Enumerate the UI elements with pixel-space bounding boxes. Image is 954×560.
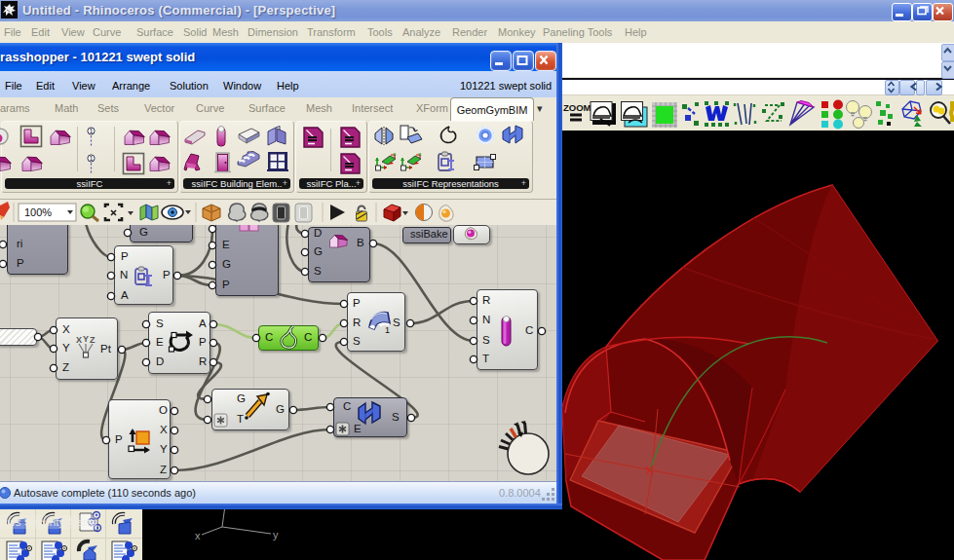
svg-text:x: x bbox=[195, 530, 201, 541]
svg-text:a: a bbox=[418, 151, 422, 157]
svg-text:100%: 100% bbox=[24, 206, 52, 218]
svg-text:a: a bbox=[393, 151, 397, 157]
svg-text:y: y bbox=[273, 529, 279, 541]
svg-text:ows Security Alerts: ows Security Alerts bbox=[1, 516, 95, 528]
svg-text:ZOOM: ZOOM bbox=[563, 102, 591, 113]
